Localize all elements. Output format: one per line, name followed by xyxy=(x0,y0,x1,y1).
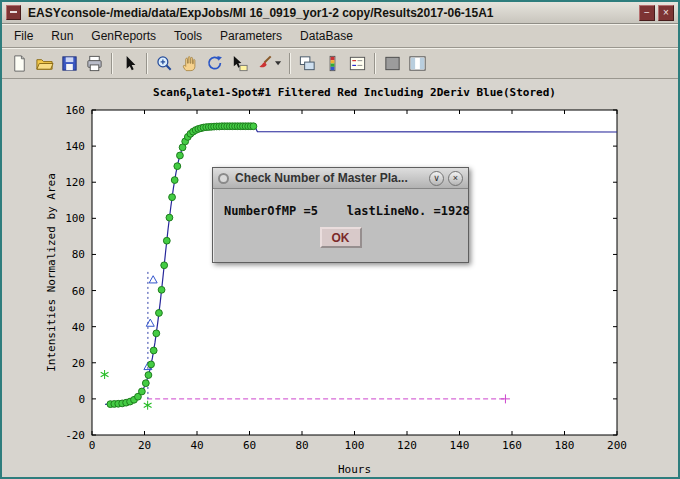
toolbar-separator xyxy=(289,53,291,74)
new-file-icon xyxy=(10,54,29,73)
zoom-in-icon xyxy=(155,54,174,73)
print-button[interactable] xyxy=(82,51,107,76)
window-titlebar[interactable]: EASYconsole-/media/data/ExpJobs/MI 16_09… xyxy=(2,2,678,24)
figure-area: 020406080100120140160180200-200204060801… xyxy=(2,79,678,477)
insert-colorbar-button[interactable] xyxy=(320,51,345,76)
insert-legend-icon xyxy=(348,54,367,73)
svg-text:60: 60 xyxy=(243,439,256,452)
svg-text:180: 180 xyxy=(555,439,575,452)
svg-text:20: 20 xyxy=(138,439,151,452)
menu-parameters[interactable]: Parameters xyxy=(211,25,291,47)
svg-text:40: 40 xyxy=(72,321,85,334)
svg-text:20: 20 xyxy=(72,357,85,370)
insert-colorbar-icon xyxy=(323,54,342,73)
svg-text:140: 140 xyxy=(65,140,85,153)
save-icon xyxy=(60,54,79,73)
svg-text:120: 120 xyxy=(65,176,85,189)
dialog-titlebar[interactable]: Check Number of Master Pla... ∨ × xyxy=(213,168,468,189)
insert-legend-button[interactable] xyxy=(345,51,370,76)
pointer-tool-button[interactable] xyxy=(117,51,142,76)
brush-icon xyxy=(255,54,274,73)
app-window: EASYconsole-/media/data/ExpJobs/MI 16_09… xyxy=(0,0,680,479)
brush-dropdown-caret[interactable] xyxy=(275,61,282,66)
svg-text:0: 0 xyxy=(78,393,85,406)
window-title: EASYconsole-/media/data/ExpJobs/MI 16_09… xyxy=(21,6,636,20)
zoom-in-button[interactable] xyxy=(152,51,177,76)
close-button[interactable]: × xyxy=(658,5,674,21)
svg-text:100: 100 xyxy=(65,212,85,225)
minimize-button[interactable]: − xyxy=(639,5,655,21)
dialog-message: NumberOfMP =5 lastLineNo. =1928 xyxy=(213,189,468,218)
menu-bar: File Run GenReports Tools Parameters Dat… xyxy=(2,24,678,48)
ok-button[interactable]: OK xyxy=(320,227,362,248)
hide-plot-tools-button[interactable] xyxy=(380,51,405,76)
y-axis-label: Intensities Normalized by Area xyxy=(45,173,58,372)
show-plot-tools-icon xyxy=(408,54,427,73)
hide-plot-tools-icon xyxy=(383,54,402,73)
toolbar-separator xyxy=(374,53,376,74)
svg-text:160: 160 xyxy=(502,439,522,452)
svg-text:40: 40 xyxy=(190,439,203,452)
chart-title: Scan6plate1-Spot#1 Filtered Red Includin… xyxy=(153,86,556,101)
pan-hand-icon xyxy=(180,54,199,73)
svg-text:160: 160 xyxy=(65,104,85,117)
toolbar-separator xyxy=(146,53,148,74)
menu-run[interactable]: Run xyxy=(42,25,82,47)
dialog-title: Check Number of Master Pla... xyxy=(229,171,425,185)
pan-button[interactable] xyxy=(177,51,202,76)
menu-database[interactable]: DataBase xyxy=(291,25,362,47)
new-file-button[interactable] xyxy=(7,51,32,76)
print-icon xyxy=(85,54,104,73)
window-menu-icon[interactable] xyxy=(6,5,21,20)
plot-area xyxy=(92,110,617,435)
menu-file[interactable]: File xyxy=(5,25,42,47)
brush-button[interactable] xyxy=(252,51,285,76)
growth-curve-chart: 020406080100120140160180200-200204060801… xyxy=(2,79,678,477)
dialog-icon xyxy=(218,173,229,184)
dialog-close-button[interactable]: × xyxy=(448,171,463,186)
svg-text:200: 200 xyxy=(607,439,627,452)
rotate-3d-button[interactable] xyxy=(202,51,227,76)
rotate-icon xyxy=(205,54,224,73)
menu-tools[interactable]: Tools xyxy=(165,25,211,47)
dialog-shade-button[interactable]: ∨ xyxy=(429,171,444,186)
toolbar-separator xyxy=(111,53,113,74)
svg-text:-20: -20 xyxy=(65,429,85,442)
open-folder-icon xyxy=(35,54,54,73)
toolbar xyxy=(2,48,678,79)
svg-text:80: 80 xyxy=(295,439,308,452)
show-plot-tools-button[interactable] xyxy=(405,51,430,76)
svg-text:120: 120 xyxy=(397,439,417,452)
link-plot-button[interactable] xyxy=(295,51,320,76)
check-number-dialog: Check Number of Master Pla... ∨ × Number… xyxy=(212,167,469,263)
x-axis-label: Hours xyxy=(338,463,371,476)
open-file-button[interactable] xyxy=(32,51,57,76)
svg-text:140: 140 xyxy=(450,439,470,452)
svg-text:0: 0 xyxy=(89,439,96,452)
data-cursor-button[interactable] xyxy=(227,51,252,76)
svg-text:60: 60 xyxy=(72,285,85,298)
dialog-body: NumberOfMP =5 lastLineNo. =1928 OK xyxy=(213,189,468,262)
data-cursor-icon xyxy=(230,54,249,73)
pointer-icon xyxy=(120,54,139,73)
save-button[interactable] xyxy=(57,51,82,76)
svg-text:100: 100 xyxy=(345,439,365,452)
link-plot-icon xyxy=(298,54,317,73)
menu-genreports[interactable]: GenReports xyxy=(82,25,165,47)
svg-text:80: 80 xyxy=(72,248,85,261)
